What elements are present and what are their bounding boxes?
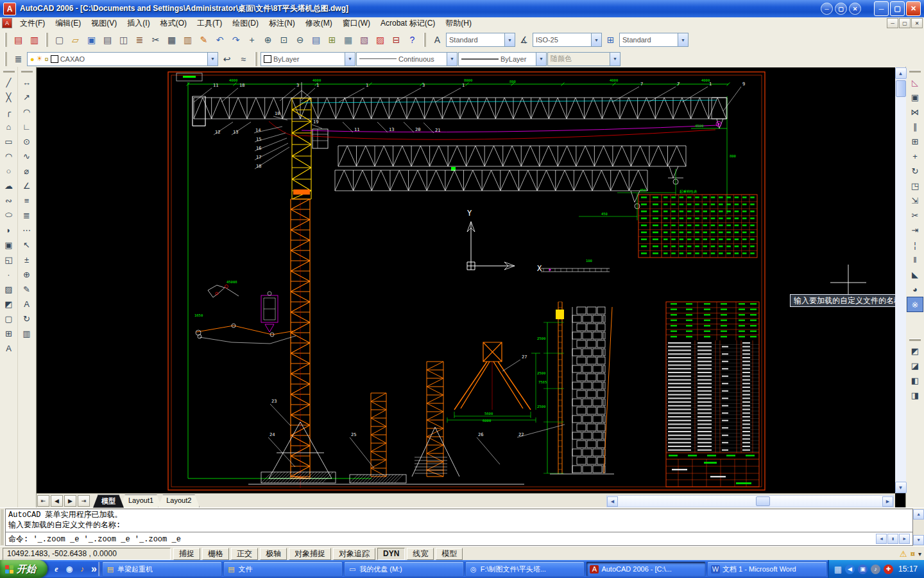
chevron-down-icon[interactable]: ▼ <box>504 33 515 46</box>
toolbar-grip[interactable] <box>4 33 7 47</box>
aligned-dimension-icon[interactable]: ↗ <box>19 90 35 104</box>
plot-icon[interactable]: ▤ <box>99 32 116 48</box>
internet-explorer-icon[interactable]: e <box>51 564 62 574</box>
dimension-update-icon[interactable]: ↻ <box>19 311 35 326</box>
layer-previous-icon[interactable]: ↩ <box>219 51 235 67</box>
toggle-捕捉[interactable]: 捕捉 <box>173 548 200 560</box>
menu-修改M[interactable]: 修改(M) <box>300 18 338 28</box>
mirror-icon[interactable]: ⋈ <box>907 105 923 119</box>
baseline-dimension-icon[interactable]: ≣ <box>19 208 35 222</box>
doc-close-button[interactable]: ✕ <box>911 18 923 28</box>
publish-icon[interactable]: ≣ <box>132 32 148 48</box>
markup-set-manager-icon[interactable]: ▨ <box>372 32 388 48</box>
tray-clock[interactable]: 15:17 <box>898 565 918 574</box>
send-to-back-icon[interactable]: ◪ <box>907 358 923 372</box>
copy-object-icon[interactable]: ▣ <box>907 90 923 104</box>
table-style-icon[interactable]: ⊞ <box>603 32 619 48</box>
menu-Acrobat 标记C[interactable]: Acrobat 标记(C) <box>375 18 440 28</box>
continue-dimension-icon[interactable]: ⋯ <box>19 223 35 237</box>
layer-states-icon[interactable]: ≈ <box>235 51 252 67</box>
zoom-realtime-icon[interactable]: ⊕ <box>260 32 276 48</box>
quicklaunch-overflow-icon[interactable]: » <box>91 563 97 575</box>
media-player-icon[interactable]: ◉ <box>64 564 74 574</box>
tool-palettes-icon[interactable]: ▦ <box>340 32 356 48</box>
zoom-window-icon[interactable]: ⊡ <box>276 32 292 48</box>
language-bar-icon[interactable]: ◀ <box>845 565 855 574</box>
menu-视图V[interactable]: 视图(V) <box>86 18 122 28</box>
plot-style-combo[interactable]: 随颜色 ▼ <box>547 52 620 66</box>
app-close-round-button[interactable]: ✕ <box>849 3 861 15</box>
menu-标注N[interactable]: 标注(N) <box>264 18 300 28</box>
region-icon[interactable]: ▢ <box>1 311 17 326</box>
window-close-button[interactable]: ✕ <box>906 1 921 16</box>
extend-icon[interactable]: ⇥ <box>907 223 923 237</box>
keyboard-tray-icon[interactable]: ▦ <box>834 565 842 574</box>
jogged-dimension-icon[interactable]: ∿ <box>19 149 35 163</box>
toolbar-grip[interactable] <box>909 338 921 341</box>
pan-icon[interactable]: + <box>244 32 260 48</box>
task-单梁起重机[interactable]: ▤单梁起重机 <box>102 561 222 577</box>
construction-line-icon[interactable]: ╳ <box>1 90 17 104</box>
command-history[interactable]: AutoCAD 菜单实用程序已加载。 输入要加载的自定义文件的名称: <box>5 509 913 532</box>
model-space-canvas[interactable]: 1118311317719121314151617181019111320212… <box>37 67 895 493</box>
menu-文件F[interactable]: 文件(F) <box>15 18 50 28</box>
cmd-scroll-up-icon[interactable]: ▲ <box>913 509 924 520</box>
task-文件[interactable]: ▤文件 <box>223 561 343 577</box>
menu-工具T[interactable]: 工具(T) <box>192 18 227 28</box>
communication-center-icon[interactable]: ⚠ <box>900 549 907 559</box>
insert-block-icon[interactable]: ▣ <box>1 238 17 252</box>
status-menu-arrow-icon[interactable]: ▾ <box>918 550 921 557</box>
designcenter-icon[interactable]: ⊞ <box>324 32 340 48</box>
toggle-线宽[interactable]: 线宽 <box>407 548 434 560</box>
polygon-icon[interactable]: ⌂ <box>1 119 17 134</box>
cmd-hscroll-thumb[interactable]: ▮ <box>887 534 898 544</box>
ordinate-dimension-icon[interactable]: ∟ <box>19 119 35 134</box>
scroll-right-icon[interactable]: ▶ <box>882 496 893 507</box>
volume-icon[interactable]: ♪ <box>871 565 880 574</box>
cmd-scroll-left-icon[interactable]: ◀ <box>876 534 887 544</box>
gradient-icon[interactable]: ◩ <box>1 297 17 311</box>
make-block-icon[interactable]: ◱ <box>1 252 17 267</box>
revision-cloud-icon[interactable]: ☁ <box>1 179 17 193</box>
layer-on-icon[interactable]: ● <box>30 55 35 63</box>
tab-Layout1[interactable]: Layout1 <box>120 495 162 508</box>
dim-style-manager-icon[interactable]: ▥ <box>19 326 35 340</box>
color-combo[interactable]: ByLayer ▼ <box>261 52 355 66</box>
task-F:\制图文件\平头塔...[interactable]: ◎F:\制图文件\平头塔... <box>465 561 585 577</box>
doc-restore-button[interactable]: ▢ <box>899 18 911 28</box>
chevron-down-icon[interactable]: ▼ <box>591 33 601 46</box>
arc-length-dimension-icon[interactable]: ◠ <box>19 105 35 119</box>
circle-icon[interactable]: ○ <box>1 164 17 178</box>
toolbar-grip[interactable] <box>255 52 257 66</box>
quickcalc-icon[interactable]: ⊟ <box>388 32 404 48</box>
window-minimize-button[interactable]: ─ <box>874 1 889 16</box>
toolbar-lock-icon[interactable]: ¤ <box>911 549 915 559</box>
vertical-scrollbar[interactable]: ▲ ▼ <box>895 67 906 493</box>
first-tab-button[interactable]: ⇤ <box>37 495 49 507</box>
open-icon[interactable]: ▱ <box>67 32 83 48</box>
toggle-模型[interactable]: 模型 <box>436 548 463 560</box>
menu-窗口W[interactable]: 窗口(W) <box>338 18 375 28</box>
toolbar-grip[interactable] <box>4 52 7 66</box>
dimension-text-edit-icon[interactable]: A <box>19 297 35 311</box>
chevron-down-icon[interactable]: ▼ <box>447 53 457 66</box>
safely-remove-icon[interactable]: ▣ <box>858 565 868 574</box>
task-AutoCAD 2006 - [C:\...[interactable]: AAutoCAD 2006 - [C:\... <box>586 561 706 577</box>
erase-icon[interactable]: ◺ <box>907 75 923 89</box>
toggle-DYN[interactable]: DYN <box>377 548 405 560</box>
stretch-icon[interactable]: ⇲ <box>907 193 923 207</box>
ellipse-icon[interactable]: ⬭ <box>1 208 17 222</box>
cmd-scroll-down-icon[interactable]: ▼ <box>913 535 924 545</box>
point-icon[interactable]: · <box>1 267 17 281</box>
toggle-极轴[interactable]: 极轴 <box>260 548 287 560</box>
paste-icon[interactable]: ▥ <box>180 32 196 48</box>
dimension-edit-icon[interactable]: ✎ <box>19 282 35 296</box>
dim-style-combo[interactable]: ISO-25 ▼ <box>533 33 602 47</box>
dim-style-icon[interactable]: ∡ <box>516 32 532 48</box>
toggle-对象捕捉[interactable]: 对象捕捉 <box>289 548 331 560</box>
command-window-grip[interactable] <box>1 509 4 545</box>
save-icon[interactable]: ▣ <box>83 32 99 48</box>
layer-freeze-icon[interactable]: ☀ <box>37 55 43 63</box>
properties-icon[interactable]: ▤ <box>308 32 324 48</box>
vscroll-thumb[interactable] <box>896 80 906 97</box>
